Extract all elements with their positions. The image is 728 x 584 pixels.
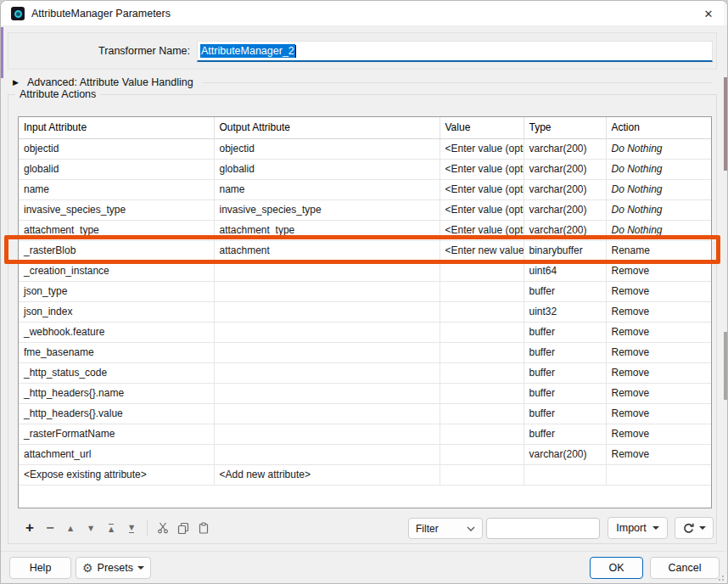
filter-dropdown[interactable]: Filter (408, 518, 483, 539)
cell-action[interactable]: Do Nothing (606, 159, 711, 179)
cell-action[interactable]: Do Nothing (606, 179, 711, 199)
cell-type[interactable]: buffer (524, 403, 606, 424)
cell-type[interactable]: buffer (524, 342, 606, 362)
cell-output[interactable]: name (214, 179, 440, 199)
cell-action[interactable]: Remove (606, 342, 711, 362)
add-row-button[interactable]: + (20, 518, 40, 538)
cell-action[interactable]: Remove (606, 281, 711, 301)
cell-input[interactable]: objectid (19, 138, 214, 159)
col-header-input-attribute[interactable]: Input Attribute (19, 117, 214, 138)
cell-output[interactable] (214, 281, 440, 301)
cancel-button[interactable]: Cancel (650, 557, 720, 579)
cell-output[interactable]: attachment_type (214, 220, 440, 240)
cell-action[interactable]: Do Nothing (606, 138, 711, 159)
cell-type[interactable]: varchar(200) (524, 138, 606, 159)
cell-output[interactable]: attachment (214, 240, 440, 261)
cell-input[interactable]: _rasterBlob (19, 240, 214, 261)
cell-value[interactable] (440, 322, 524, 342)
cell-input[interactable]: _webhook.feature (19, 322, 214, 342)
cell-type[interactable]: varchar(200) (524, 199, 606, 220)
cell-action[interactable]: Remove (606, 362, 711, 383)
move-to-top-button[interactable]: ▲ (101, 518, 121, 538)
cell-action[interactable]: Rename (606, 240, 711, 261)
cell-value[interactable]: <Enter value (optional)> (440, 199, 524, 220)
presets-button[interactable]: ⚙ Presets (76, 557, 151, 579)
cell-type[interactable]: varchar(200) (524, 179, 606, 199)
cell-input[interactable]: json_index (19, 301, 214, 322)
cell-value[interactable]: <Enter value (optional)> (440, 220, 524, 240)
cell-action[interactable]: Remove (606, 383, 711, 403)
cell-output[interactable] (214, 322, 440, 342)
cell-output[interactable] (214, 424, 440, 444)
cell-output[interactable]: invasive_species_type (214, 199, 440, 220)
refresh-dropdown-icon[interactable] (699, 526, 706, 530)
cell-output[interactable]: globalid (214, 159, 440, 179)
cell-action[interactable] (606, 464, 711, 485)
cell-value[interactable] (440, 301, 524, 322)
cell-value[interactable] (440, 261, 524, 281)
cell-output[interactable] (214, 444, 440, 464)
help-button[interactable]: Help (9, 557, 71, 579)
advanced-section-header[interactable]: ▶ Advanced: Attribute Value Handling (13, 76, 712, 89)
cut-button[interactable] (153, 518, 173, 538)
col-header-action[interactable]: Action (606, 117, 711, 138)
cell-type[interactable]: buffer (524, 322, 606, 342)
cell-type[interactable]: buffer (524, 424, 606, 444)
cell-type[interactable]: binarybuffer (524, 240, 606, 261)
cell-action[interactable]: Remove (606, 403, 711, 424)
cell-output[interactable]: objectid (214, 138, 440, 159)
import-dropdown-icon[interactable] (652, 526, 659, 530)
cell-input[interactable]: _rasterFormatName (19, 424, 214, 444)
expand-arrow-icon[interactable]: ▶ (13, 78, 19, 87)
cell-output[interactable]: <Add new attribute> (214, 464, 440, 485)
cell-type[interactable]: buffer (524, 281, 606, 301)
cell-value[interactable] (440, 444, 524, 464)
import-button[interactable]: Import (608, 517, 668, 539)
cell-input[interactable]: json_type (19, 281, 214, 301)
transformer-name-input[interactable]: AttributeManager_2 (197, 41, 713, 62)
ok-button[interactable]: OK (590, 557, 643, 579)
cell-type[interactable]: uint32 (524, 301, 606, 322)
presets-dropdown-icon[interactable] (137, 566, 144, 570)
cell-input[interactable]: <Expose existing attribute> (19, 464, 214, 485)
cell-output[interactable] (214, 301, 440, 322)
cell-input[interactable]: attachment_url (19, 444, 214, 464)
cell-input[interactable]: _http_headers{}.name (19, 383, 214, 403)
cell-action[interactable]: Remove (606, 444, 711, 464)
col-header-output-attribute[interactable]: Output Attribute (214, 117, 440, 138)
cell-output[interactable] (214, 383, 440, 403)
move-to-bottom-button[interactable]: ▼ (121, 518, 142, 538)
cell-input[interactable]: fme_basename (19, 342, 214, 362)
cell-type[interactable] (524, 464, 606, 485)
resize-grip[interactable] (715, 572, 724, 581)
close-icon[interactable]: ✕ (698, 4, 719, 23)
cell-action[interactable]: Remove (606, 424, 711, 444)
cell-value[interactable]: <Enter value (optional)> (440, 138, 524, 159)
copy-button[interactable] (173, 518, 193, 538)
remove-row-button[interactable]: − (40, 518, 60, 538)
cell-action[interactable]: Do Nothing (606, 220, 711, 240)
cell-input[interactable]: name (19, 179, 214, 199)
cell-input[interactable]: _http_headers{}.value (19, 403, 214, 424)
cell-type[interactable]: buffer (524, 383, 606, 403)
cell-output[interactable] (214, 403, 440, 424)
cell-value[interactable]: <Enter value (optional)> (440, 159, 524, 179)
cell-value[interactable] (440, 281, 524, 301)
cell-output[interactable] (214, 362, 440, 383)
cell-type[interactable]: varchar(200) (524, 444, 606, 464)
cell-action[interactable]: Remove (606, 301, 711, 322)
cell-action[interactable]: Do Nothing (606, 199, 711, 220)
cell-type[interactable]: buffer (524, 362, 606, 383)
filter-text-input[interactable] (486, 518, 600, 539)
cell-output[interactable] (214, 261, 440, 281)
cell-input[interactable]: globalid (19, 159, 214, 179)
cell-type[interactable]: varchar(200) (524, 159, 606, 179)
cell-action[interactable]: Remove (606, 261, 711, 281)
cell-value[interactable] (440, 464, 524, 485)
refresh-button[interactable] (675, 517, 714, 539)
move-up-button[interactable]: ▲ (60, 518, 81, 538)
cell-value[interactable]: <Enter new value (optional)> (440, 240, 524, 261)
cell-type[interactable]: uint64 (524, 261, 606, 281)
cell-input[interactable]: attachment_type (19, 220, 214, 240)
cell-value[interactable] (440, 403, 524, 424)
